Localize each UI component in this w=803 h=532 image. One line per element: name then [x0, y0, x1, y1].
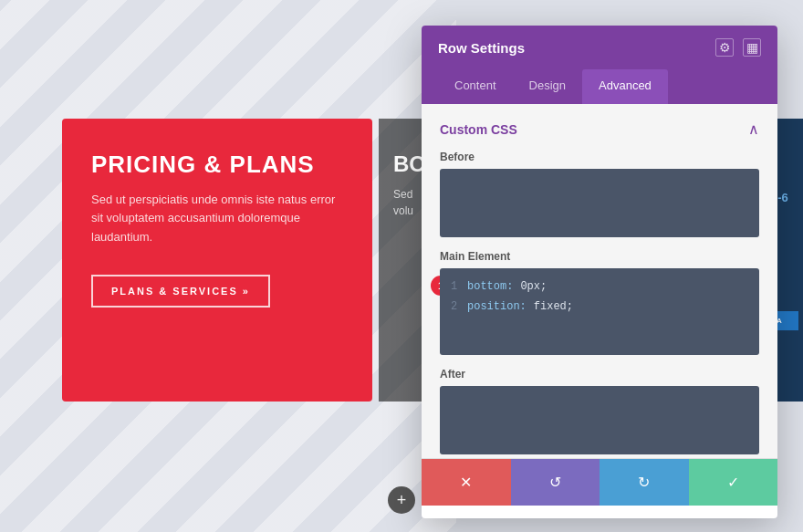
redo-button[interactable]: ↻ — [600, 459, 689, 506]
reset-icon: ↺ — [549, 474, 561, 491]
main-element-label: Main Element — [440, 250, 759, 263]
tab-design[interactable]: Design — [513, 69, 582, 104]
add-row-button[interactable]: + — [388, 486, 415, 514]
columns-icon[interactable]: ▦ — [743, 38, 761, 57]
before-editor[interactable] — [440, 169, 759, 237]
redo-icon: ↻ — [638, 474, 650, 491]
panel-body: Custom CSS ∧ Before Main Element 1 1 bot… — [422, 104, 777, 458]
before-label: Before — [440, 151, 759, 163]
collapse-icon[interactable]: ∧ — [748, 120, 759, 138]
row-settings-panel: Row Settings ⚙ ▦ Content Design Advanced… — [422, 26, 777, 518]
css-line-2: 2 position: fixed; — [451, 297, 748, 318]
after-label: After — [440, 368, 759, 381]
panel-tabs: Content Design Advanced — [422, 69, 777, 104]
plus-icon: + — [397, 491, 407, 510]
panel-footer: ✕ ↺ ↻ ✓ — [422, 458, 777, 506]
main-element-wrapper: 1 1 bottom: 0px; 2 position: fixed; — [440, 268, 759, 355]
panel-header: Row Settings ⚙ ▦ — [422, 26, 777, 69]
tab-advanced[interactable]: Advanced — [582, 69, 668, 104]
pricing-card: PRICING & PLANS Sed ut perspiciatis unde… — [62, 119, 372, 402]
pricing-title: PRICING & PLANS — [91, 151, 343, 178]
after-editor[interactable] — [440, 386, 759, 454]
cancel-icon: ✕ — [460, 474, 472, 491]
reset-button[interactable]: ↺ — [511, 459, 600, 506]
panel-header-icons: ⚙ ▦ — [715, 38, 761, 57]
tab-content[interactable]: Content — [438, 69, 513, 104]
save-button[interactable]: ✓ — [689, 459, 778, 506]
cancel-button[interactable]: ✕ — [422, 459, 511, 506]
settings-icon[interactable]: ⚙ — [715, 38, 734, 57]
save-icon: ✓ — [727, 474, 739, 491]
pricing-description: Sed ut perspiciatis unde omnis iste natu… — [91, 191, 343, 247]
panel-title: Row Settings — [438, 40, 525, 56]
css-line-1: 1 bottom: 0px; — [451, 277, 748, 297]
custom-css-section-header: Custom CSS ∧ — [440, 120, 759, 138]
main-element-editor[interactable]: 1 bottom: 0px; 2 position: fixed; — [440, 268, 759, 355]
custom-css-title: Custom CSS — [440, 122, 517, 137]
plans-services-button[interactable]: PLANS & SERVICES » — [91, 275, 270, 308]
